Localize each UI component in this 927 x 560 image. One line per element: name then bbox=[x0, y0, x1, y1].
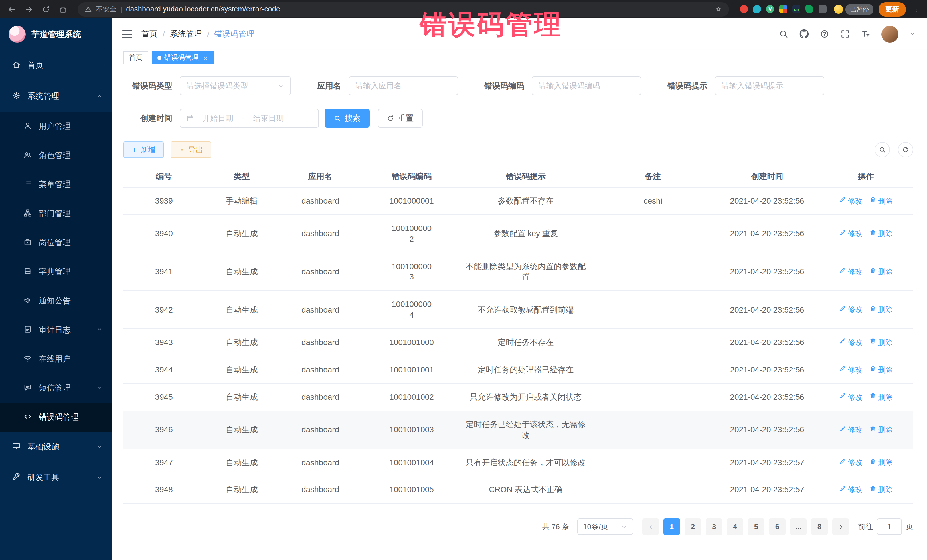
browser-chrome: 不安全 | dashboard.yudao.iocoder.cn/system/… bbox=[0, 0, 927, 18]
browser-reload-icon[interactable] bbox=[40, 5, 52, 14]
add-button[interactable]: 新增 bbox=[123, 141, 164, 158]
delete-link[interactable]: 删除 bbox=[869, 229, 893, 239]
tab-home[interactable]: 首页 bbox=[123, 51, 148, 64]
hamburger-icon[interactable] bbox=[122, 30, 132, 38]
edit-link[interactable]: 修改 bbox=[839, 267, 863, 276]
delete-link[interactable]: 删除 bbox=[869, 392, 893, 402]
user-avatar[interactable] bbox=[881, 25, 898, 42]
sidebar-item-infra[interactable]: 基础设施 bbox=[0, 432, 112, 463]
sidebar-item-notice[interactable]: 通知公告 bbox=[0, 286, 112, 316]
edit-link[interactable]: 修改 bbox=[839, 425, 863, 435]
profile-badge[interactable]: 已暂停 bbox=[834, 4, 873, 15]
delete-link[interactable]: 删除 bbox=[869, 338, 893, 348]
browser-back-icon[interactable] bbox=[6, 5, 18, 14]
fullscreen-icon[interactable] bbox=[840, 29, 850, 39]
sidebar-item-user[interactable]: 用户管理 bbox=[0, 112, 112, 141]
browser-menu-icon[interactable] bbox=[911, 5, 921, 13]
browser-home-icon[interactable] bbox=[57, 5, 69, 14]
extension-icon-on[interactable]: on bbox=[792, 5, 800, 13]
sidebar-item-role[interactable]: 角色管理 bbox=[0, 141, 112, 170]
date-range-picker[interactable]: - bbox=[180, 109, 319, 128]
error-code-input[interactable] bbox=[538, 82, 634, 90]
export-button[interactable]: 导出 bbox=[170, 141, 211, 158]
start-date-input[interactable] bbox=[198, 114, 238, 123]
prev-page-button[interactable] bbox=[642, 519, 659, 535]
edit-link[interactable]: 修改 bbox=[839, 458, 863, 467]
extensions-puzzle-icon[interactable] bbox=[819, 5, 827, 13]
github-icon[interactable] bbox=[799, 29, 809, 39]
page-button-5[interactable]: 5 bbox=[748, 519, 764, 535]
sidebar-item-audit-log[interactable]: 审计日志 bbox=[0, 316, 112, 344]
page-button-8[interactable]: 8 bbox=[811, 519, 828, 535]
delete-link[interactable]: 删除 bbox=[869, 267, 893, 276]
page-button-4[interactable]: 4 bbox=[727, 519, 743, 535]
tab-error-code[interactable]: 错误码管理 bbox=[152, 51, 214, 64]
edit-link[interactable]: 修改 bbox=[839, 365, 863, 375]
edit-link[interactable]: 修改 bbox=[839, 196, 863, 206]
cell-code: 1001000004 bbox=[362, 291, 462, 329]
error-type-select[interactable] bbox=[180, 76, 291, 95]
cell-id: 3940 bbox=[123, 215, 205, 253]
error-type-select-input[interactable] bbox=[187, 82, 274, 90]
breadcrumb-home[interactable]: 首页 bbox=[141, 29, 158, 39]
bookmark-star-icon[interactable] bbox=[715, 5, 722, 13]
chevron-down-icon[interactable] bbox=[909, 31, 916, 37]
page-button-1[interactable]: 1 bbox=[663, 519, 680, 535]
paused-badge: 已暂停 bbox=[845, 4, 873, 15]
extension-icon-drop[interactable] bbox=[753, 5, 761, 13]
delete-link[interactable]: 删除 bbox=[869, 196, 893, 206]
extension-icon-grid[interactable] bbox=[779, 5, 787, 13]
delete-link[interactable]: 删除 bbox=[869, 365, 893, 375]
sidebar-item-error-code[interactable]: 错误码管理 bbox=[0, 403, 112, 432]
close-icon[interactable] bbox=[202, 55, 208, 61]
page-button-3[interactable]: 3 bbox=[706, 519, 722, 535]
goto-page-input[interactable] bbox=[877, 519, 902, 535]
pencil-icon bbox=[839, 305, 846, 314]
help-icon[interactable] bbox=[820, 29, 830, 39]
sidebar-item-dict[interactable]: 字典管理 bbox=[0, 257, 112, 286]
reset-button[interactable]: 重置 bbox=[378, 109, 423, 128]
page-ellipsis[interactable]: ... bbox=[790, 519, 807, 535]
sidebar-item-system[interactable]: 系统管理 bbox=[0, 81, 112, 112]
delete-link[interactable]: 删除 bbox=[869, 425, 893, 435]
not-secure-icon bbox=[84, 5, 92, 13]
app-name-input[interactable] bbox=[356, 82, 451, 90]
sidebar-item-online-user[interactable]: 在线用户 bbox=[0, 344, 112, 373]
refresh-table-icon[interactable] bbox=[898, 142, 913, 157]
delete-link[interactable]: 删除 bbox=[869, 305, 893, 315]
update-button[interactable]: 更新 bbox=[878, 2, 906, 16]
edit-link[interactable]: 修改 bbox=[839, 305, 863, 315]
breadcrumb-system[interactable]: 系统管理 bbox=[170, 29, 202, 39]
font-size-icon[interactable] bbox=[861, 29, 871, 39]
end-date-input[interactable] bbox=[248, 114, 288, 123]
error-msg-input[interactable] bbox=[722, 82, 818, 90]
search-icon[interactable] bbox=[779, 29, 789, 39]
extension-icon-leaf[interactable] bbox=[805, 5, 813, 13]
page-size-select[interactable]: 10条/页 bbox=[577, 519, 633, 535]
edit-link[interactable]: 修改 bbox=[839, 485, 863, 495]
next-page-button[interactable] bbox=[832, 519, 849, 535]
sidebar-item-menu[interactable]: 菜单管理 bbox=[0, 170, 112, 199]
toggle-search-icon[interactable] bbox=[874, 142, 890, 157]
browser-forward-icon[interactable] bbox=[23, 5, 35, 14]
delete-link[interactable]: 删除 bbox=[869, 485, 893, 495]
delete-link[interactable]: 删除 bbox=[869, 458, 893, 467]
edit-link[interactable]: 修改 bbox=[839, 338, 863, 348]
edit-link[interactable]: 修改 bbox=[839, 229, 863, 239]
address-bar[interactable]: 不安全 | dashboard.yudao.iocoder.cn/system/… bbox=[78, 2, 729, 16]
extension-icon-vue[interactable]: V bbox=[766, 5, 774, 13]
page-button-6[interactable]: 6 bbox=[769, 519, 786, 535]
extension-icon-red[interactable] bbox=[740, 5, 748, 13]
url-text[interactable]: dashboard.yudao.iocoder.cn/system/error-… bbox=[126, 5, 280, 13]
book-icon bbox=[23, 267, 32, 277]
profile-avatar bbox=[834, 5, 843, 14]
sidebar-item-dept[interactable]: 部门管理 bbox=[0, 199, 112, 228]
sidebar-item-home[interactable]: 首页 bbox=[0, 50, 112, 81]
sidebar-item-post[interactable]: 岗位管理 bbox=[0, 228, 112, 257]
sidebar-item-dev-tools[interactable]: 研发工具 bbox=[0, 463, 112, 493]
edit-link[interactable]: 修改 bbox=[839, 392, 863, 402]
search-button[interactable]: 搜索 bbox=[325, 109, 370, 128]
page-button-2[interactable]: 2 bbox=[685, 519, 701, 535]
page-content: 错误码类型 应用名 错误码编码 bbox=[112, 66, 927, 560]
sidebar-item-sms[interactable]: 短信管理 bbox=[0, 373, 112, 403]
